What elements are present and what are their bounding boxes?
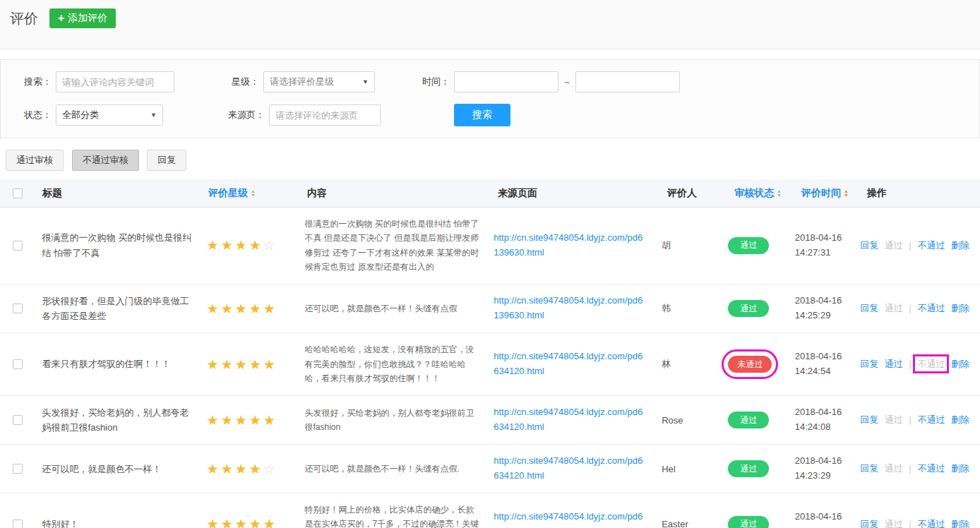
review-table-row: 很满意的一次购物 买的时候也是很纠结 怕带了不真 ★★★★☆ 很满意的一次购物 … — [0, 208, 980, 284]
title-cell: 看来只有朕才驾驭的住啊！！！ — [35, 356, 200, 371]
source-page-link[interactable]: http://cn.site94748054.ldyjz.com/pd61396… — [494, 294, 647, 323]
review-content: 很满意的一次购物 买的时候也是很纠结 怕带了不真 但是还是下决心了 但是我是后期… — [304, 217, 479, 275]
action-approve-link[interactable]: 通过 — [885, 240, 903, 251]
status-cell: 通过 — [721, 516, 787, 528]
reviewer-cell: 胡 — [655, 239, 721, 252]
time-end-input[interactable] — [575, 71, 680, 92]
filter-row-1: 搜索： 星级： 请选择评价星级 ▼ 时间： ~ — [11, 71, 969, 92]
bulk-approve-button[interactable]: 通过审核 — [6, 150, 64, 171]
action-delete-link[interactable]: 删除 — [951, 359, 969, 369]
actions-cell: 回复 通过 | 不通过 删除 — [853, 518, 980, 528]
star-empty-icon: ☆ — [263, 462, 275, 476]
status-filter-select[interactable]: 全部分类 ▼ — [56, 104, 163, 126]
header-stars-label[interactable]: 评价星级 — [208, 187, 248, 198]
bulk-reject-button[interactable]: 不通过审核 — [72, 150, 139, 171]
content-cell: 特别好！网上的价格，比实体店的确少，长款是在实体店买的，7千多，不过的确漂亮！关… — [297, 503, 486, 528]
sort-icon-time[interactable]: ▲▼ — [844, 189, 849, 198]
action-reject-link[interactable]: 不通过 — [917, 240, 945, 251]
action-approve-link[interactable]: 通过 — [885, 519, 903, 528]
row-checkbox[interactable] — [13, 415, 23, 425]
header-checkbox-cell — [0, 188, 35, 198]
row-checkbox[interactable] — [13, 464, 23, 474]
star-filled-icon: ★ — [207, 357, 219, 372]
status-cell: 通过 — [721, 300, 787, 317]
title-cell: 特别好！ — [35, 517, 200, 528]
bulk-reply-button[interactable]: 回复 — [147, 150, 186, 171]
action-reply-link[interactable]: 回复 — [860, 303, 878, 313]
stars-cell: ★★★★☆ — [200, 237, 298, 253]
source-page-link[interactable]: http://cn.site94748054.ldyjz.com/pd66341… — [494, 349, 647, 379]
status-badge: 通过 — [728, 300, 769, 317]
star-filled-icon: ★ — [207, 517, 219, 528]
row-checkbox[interactable] — [13, 359, 23, 369]
time-cell: 2018-04-16 14:24:54 — [788, 349, 853, 379]
actions-cell: 回复 通过 | 不通过 删除 — [853, 414, 980, 426]
time-cell: 2018-04-16 14:13:43 — [788, 510, 853, 528]
source-page-link[interactable]: http://cn.site94748054.ldyjz.com/pd66341… — [494, 454, 647, 484]
title-cell: 形状很好看，但是入门级的毕竟做工各方面还是差些 — [35, 294, 200, 324]
filter-row-2: 状态： 全部分类 ▼ 来源页： 搜索 — [11, 104, 969, 126]
sort-icon-status[interactable]: ▲▼ — [777, 189, 782, 198]
action-reply-link[interactable]: 回复 — [860, 240, 878, 251]
reviewer-name: 林 — [662, 359, 671, 369]
sort-icon-stars[interactable]: ▲▼ — [251, 189, 256, 198]
action-reject-link[interactable]: 不通过 — [917, 359, 945, 369]
action-reply-link[interactable]: 回复 — [860, 463, 878, 474]
action-delete-link[interactable]: 删除 — [951, 303, 969, 313]
time-cell: 2018-04-16 14:24:08 — [788, 405, 853, 435]
header-time-label[interactable]: 评价时间 — [801, 187, 841, 198]
action-reply-link[interactable]: 回复 — [860, 414, 878, 425]
status-cell: 未通过 — [721, 356, 787, 373]
star-filter-value: 请选择评价星级 — [270, 76, 334, 88]
action-reject-link[interactable]: 不通过 — [917, 519, 945, 528]
header-source: 来源页面 — [491, 187, 660, 200]
source-cell: http://cn.site94748054.ldyjz.com/pd66341… — [486, 454, 655, 484]
star-rating: ★★★★★ — [207, 416, 277, 427]
star-filter-select[interactable]: 请选择评价星级 ▼ — [263, 71, 375, 92]
star-filter: 星级： 请选择评价星级 ▼ — [218, 71, 375, 92]
star-rating: ★★★★☆ — [207, 465, 277, 476]
review-content: 头发很好，买给老妈的，别人都夸老妈很前卫很fashion — [304, 406, 479, 435]
row-checkbox[interactable] — [13, 520, 23, 528]
dropdown-arrow-icon: ▼ — [362, 78, 369, 85]
action-delete-link[interactable]: 删除 — [951, 519, 969, 528]
action-reject-link[interactable]: 不通过 — [917, 414, 945, 425]
time-start-input[interactable] — [454, 71, 558, 92]
source-page-link[interactable]: http://cn.site94748054.ldyjz.com/pd66341… — [494, 510, 647, 528]
action-delete-link[interactable]: 删除 — [951, 240, 969, 251]
search-button[interactable]: 搜索 — [454, 104, 510, 126]
stars-cell: ★★★★★ — [200, 412, 298, 428]
header-actions: 操作 — [860, 187, 980, 200]
action-delete-link[interactable]: 删除 — [951, 414, 969, 425]
star-rating: ★★★★★ — [207, 361, 277, 371]
header-status-label[interactable]: 审核状态 — [734, 187, 774, 198]
reviewer-name: 韩 — [662, 303, 671, 313]
source-input[interactable] — [269, 104, 381, 126]
row-checkbox[interactable] — [13, 304, 23, 313]
source-page-link[interactable]: http://cn.site94748054.ldyjz.com/pd66341… — [494, 405, 647, 435]
action-approve-link[interactable]: 通过 — [885, 359, 903, 369]
action-reply-link[interactable]: 回复 — [860, 519, 878, 528]
action-delete-link[interactable]: 删除 — [951, 463, 969, 474]
keyword-input[interactable] — [56, 71, 174, 92]
review-content: 还可以吧，就是颜色不一样！头缝有点假 — [304, 301, 479, 316]
source-page-link[interactable]: http://cn.site94748054.ldyjz.com/pd61396… — [494, 231, 647, 260]
star-filled-icon: ★ — [235, 462, 247, 476]
review-table-row: 头发很好，买给老妈的，别人都夸老妈很前卫很fashion ★★★★★ 头发很好，… — [0, 396, 980, 445]
action-approve-link[interactable]: 通过 — [885, 303, 903, 313]
review-title: 头发很好，买给老妈的，别人都夸老妈很前卫很fashion — [42, 407, 189, 433]
action-reject-link[interactable]: 不通过 — [917, 303, 945, 313]
row-checkbox[interactable] — [13, 241, 23, 251]
review-title: 形状很好看，但是入门级的毕竟做工各方面还是差些 — [42, 296, 189, 321]
time-range-separator: ~ — [564, 77, 570, 88]
star-filled-icon: ★ — [235, 517, 247, 528]
action-approve-link[interactable]: 通过 — [885, 414, 903, 425]
select-all-checkbox[interactable] — [13, 188, 23, 198]
status-badge: 通过 — [728, 460, 769, 477]
action-reject-link[interactable]: 不通过 — [917, 463, 945, 474]
star-filled-icon: ★ — [235, 301, 247, 316]
star-filled-icon: ★ — [221, 462, 233, 476]
add-review-button[interactable]: + 添加评价 — [49, 8, 116, 28]
action-approve-link[interactable]: 通过 — [885, 463, 903, 474]
action-reply-link[interactable]: 回复 — [860, 359, 878, 369]
